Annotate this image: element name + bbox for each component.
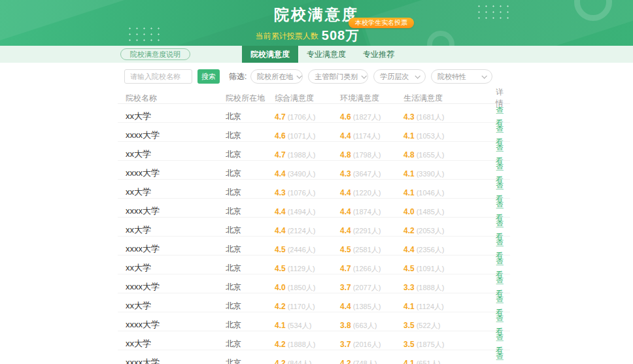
environment-vote-count: (748人) <box>353 359 377 364</box>
overall-satisfaction-cell: 4.7(1988人) <box>275 148 340 160</box>
life-score: 4.1 <box>403 188 415 197</box>
life-vote-count: (1091人) <box>417 265 445 273</box>
table-row: xxxx大学 北京 4.0(1850人) 3.7(2077人) 3.3(1888… <box>118 274 510 293</box>
vote-count-line: 当前累计投票人数508万 <box>0 27 624 44</box>
environment-score: 4.6 <box>340 112 351 122</box>
environment-vote-count: (1798人) <box>353 151 381 159</box>
column-header-name: 院校名称 <box>118 93 226 104</box>
life-vote-count: (1485人) <box>417 208 445 216</box>
life-vote-count: (651人) <box>417 359 441 364</box>
environment-vote-count: (1827人) <box>353 113 381 121</box>
overall-vote-count: (844人) <box>288 359 312 364</box>
dropdown-college-characteristic[interactable]: 院校特性 <box>431 69 492 84</box>
life-vote-count: (2053人) <box>417 227 445 235</box>
overall-score: 4.7 <box>275 150 286 159</box>
environment-satisfaction-cell: 4.3(3647人) <box>340 167 403 179</box>
satisfaction-info-button[interactable]: 院校满意度说明 <box>120 48 190 60</box>
college-name: xxxx大学 <box>118 357 226 364</box>
chevron-down-icon <box>482 73 487 78</box>
life-vote-count: (1053人) <box>417 132 445 140</box>
environment-score: 4.4 <box>340 207 351 216</box>
overall-vote-count: (534人) <box>288 322 312 329</box>
filter-label: 筛选: <box>229 71 247 82</box>
table-row: xx大学 北京 4.2(1170人) 4.4(1385人) 4.1(1124人)… <box>118 293 510 312</box>
college-name: xx大学 <box>118 224 226 236</box>
overall-satisfaction-cell: 4.4(3490人) <box>275 167 340 179</box>
college-location: 北京 <box>226 130 275 141</box>
page-title: 院校满意度 <box>0 0 633 25</box>
overall-score: 4.0 <box>275 283 286 292</box>
life-score: 4.5 <box>403 264 415 273</box>
life-vote-count: (2356人) <box>417 246 445 254</box>
search-button[interactable]: 搜索 <box>197 69 220 84</box>
overall-satisfaction-cell: 4.2(1170人) <box>275 300 340 312</box>
environment-satisfaction-cell: 4.4(1174人) <box>340 129 403 141</box>
table-row: xxxx大学 北京 4.4(1494人) 4.4(1874人) 4.0(1485… <box>118 199 510 218</box>
life-vote-count: (1875人) <box>417 340 445 348</box>
life-vote-count: (1124人) <box>417 303 444 310</box>
overall-satisfaction-cell: 4.7(1706人) <box>275 110 340 122</box>
vote-badge: 本校学生实名投票 <box>349 18 414 28</box>
search-input[interactable] <box>124 69 192 84</box>
life-satisfaction-cell: 4.1(3390人) <box>403 167 495 179</box>
column-header-overall: 综合满意度 <box>275 93 340 104</box>
life-satisfaction-cell: 4.1(1046人) <box>403 186 495 198</box>
environment-score: 4.4 <box>340 302 351 311</box>
tab-major-satisfaction[interactable]: 专业满意度 <box>298 46 354 63</box>
college-name: xx大学 <box>118 338 226 350</box>
dropdown-label: 主管部门类别 <box>315 72 358 82</box>
environment-satisfaction-cell: 3.7(2077人) <box>340 281 403 293</box>
filter-bar: 搜索 筛选: 院校所在地 主管部门类别 学历层次 院校特性 <box>118 69 510 84</box>
overall-vote-count: (1888人) <box>288 340 316 348</box>
environment-satisfaction-cell: 4.7(1266人) <box>340 262 403 274</box>
college-location: 北京 <box>226 320 275 331</box>
life-vote-count: (522人) <box>417 322 441 329</box>
table-row: xxxx大学 北京 4.1(534人) 3.8(663人) 3.5(522人) … <box>118 312 510 331</box>
environment-satisfaction-cell: 4.2(748人) <box>340 357 403 364</box>
college-name: xxxx大学 <box>118 205 226 217</box>
view-detail-link[interactable]: 查看 <box>496 352 504 364</box>
dropdown-department-category[interactable]: 主管部门类别 <box>308 69 368 84</box>
overall-score: 4.3 <box>275 188 286 197</box>
life-satisfaction-cell: 4.3(1681人) <box>403 110 495 122</box>
tabs: 院校满意度 专业满意度 专业推荐 <box>242 46 403 63</box>
tab-major-recommendation[interactable]: 专业推荐 <box>354 46 403 63</box>
college-name: xx大学 <box>118 110 226 122</box>
table-row: xx大学 北京 4.2(1888人) 3.7(2016人) 3.5(1875人)… <box>118 331 510 350</box>
college-location: 北京 <box>226 225 275 236</box>
life-score: 4.1 <box>403 169 415 178</box>
overall-vote-count: (1706人) <box>288 113 316 121</box>
tab-college-satisfaction[interactable]: 院校满意度 <box>242 46 298 63</box>
overall-score: 4.6 <box>275 131 286 141</box>
overall-vote-count: (2446人) <box>288 246 316 254</box>
subnav-bar: 院校满意度说明 院校满意度 专业满意度 专业推荐 <box>0 46 633 63</box>
overall-score: 4.1 <box>275 321 286 330</box>
life-score: 4.0 <box>403 207 415 216</box>
overall-satisfaction-cell: 4.5(2446人) <box>275 243 340 255</box>
environment-score: 3.8 <box>340 321 351 330</box>
life-score: 3.5 <box>403 321 415 330</box>
vote-count-label: 当前累计投票人数 <box>256 31 318 41</box>
overall-vote-count: (3490人) <box>288 170 316 178</box>
overall-satisfaction-cell: 4.6(1071人) <box>275 129 340 141</box>
overall-vote-count: (1850人) <box>288 284 316 291</box>
environment-satisfaction-cell: 4.4(1874人) <box>340 205 403 217</box>
dropdown-education-level[interactable]: 学历层次 <box>373 69 426 84</box>
life-score: 4.1 <box>403 302 415 311</box>
life-score: 4.4 <box>403 245 415 254</box>
environment-satisfaction-cell: 4.4(1385人) <box>340 300 403 312</box>
life-satisfaction-cell: 4.5(1091人) <box>403 262 495 274</box>
life-satisfaction-cell: 4.2(2053人) <box>403 224 495 236</box>
table-row: xxxx大学 北京 4.4(3490人) 4.3(3647人) 4.1(3390… <box>118 161 510 180</box>
dropdown-label: 院校所在地 <box>257 72 293 82</box>
life-satisfaction-cell: 4.1(1124人) <box>403 300 495 312</box>
overall-score: 4.4 <box>275 207 286 216</box>
environment-vote-count: (2077人) <box>353 284 381 291</box>
environment-vote-count: (1174人) <box>353 132 381 140</box>
table-row: xx大学 北京 4.3(1076人) 4.4(1220人) 4.1(1046人)… <box>118 180 510 199</box>
college-location: 北京 <box>226 301 275 312</box>
table-header-row: 院校名称 院校所在地 综合满意度 环境满意度 生活满意度 详情 <box>118 87 510 104</box>
chevron-down-icon <box>362 73 367 78</box>
environment-score: 4.4 <box>340 226 351 235</box>
dropdown-college-location[interactable]: 院校所在地 <box>250 69 303 84</box>
